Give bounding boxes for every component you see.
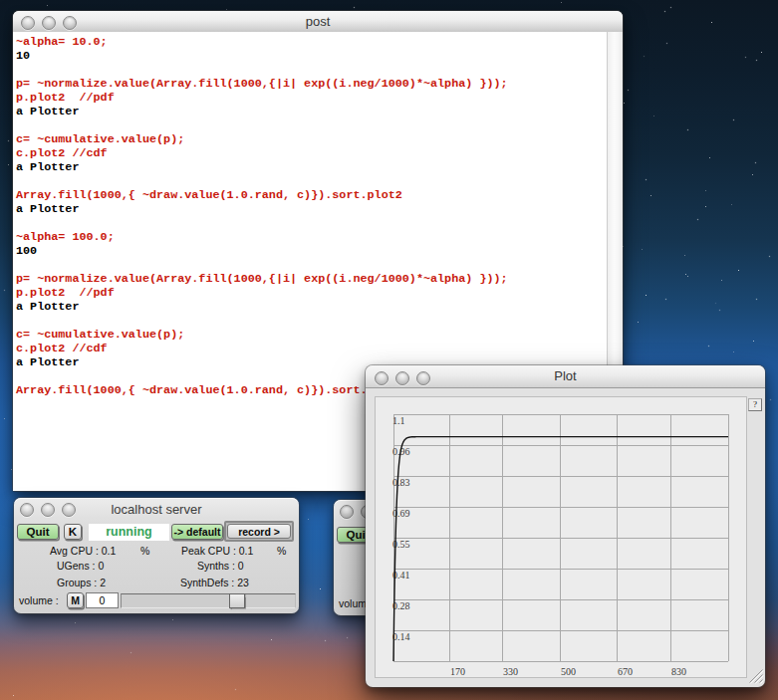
svg-text:500: 500 bbox=[561, 666, 576, 677]
svg-text:330: 330 bbox=[503, 666, 518, 677]
svg-text:670: 670 bbox=[618, 666, 633, 677]
svg-text:170: 170 bbox=[450, 666, 465, 677]
svg-text:0.83: 0.83 bbox=[392, 477, 410, 488]
svg-text:830: 830 bbox=[671, 666, 686, 677]
svg-text:0.14: 0.14 bbox=[392, 631, 410, 642]
svg-text:1.1: 1.1 bbox=[392, 415, 405, 426]
svg-text:0.69: 0.69 bbox=[392, 508, 410, 519]
svg-text:0.28: 0.28 bbox=[392, 600, 410, 611]
